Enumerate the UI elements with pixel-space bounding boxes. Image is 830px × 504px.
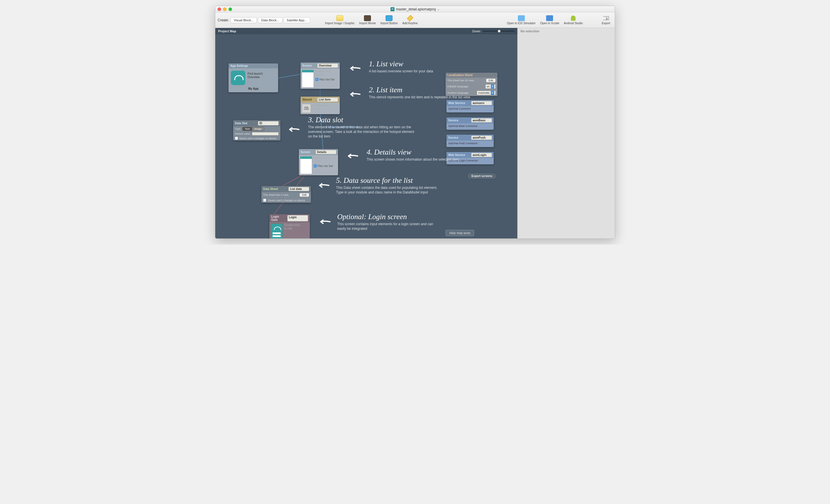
inspector-panel: No selection	[517, 28, 615, 239]
import-button-tool[interactable]: Import Button	[380, 15, 398, 25]
app-window: master_detail.apiomatproj ⌄ Create: Visu…	[215, 6, 615, 239]
titlebar: master_detail.apiomatproj ⌄	[215, 6, 615, 12]
node-name-input[interactable]: List item	[317, 97, 338, 102]
saves-changes-checkbox[interactable]: Saves user's changes on device	[261, 198, 311, 203]
data-block-button[interactable]: Data Block...	[258, 17, 282, 23]
zoom-control: Zoom:	[472, 30, 514, 33]
button-icon	[386, 15, 392, 21]
service-node[interactable]: ServiceaomPush ApiOmat Push Connector	[446, 135, 494, 147]
annotation-data-slot: 3. Data slot The element id is saved to …	[308, 116, 418, 139]
node-name-input[interactable]: aomPush	[471, 135, 492, 140]
node-header: App Settings	[228, 63, 278, 68]
canvas-title: Project Map	[218, 29, 236, 33]
xcode-tool[interactable]: Open in Xcode	[540, 15, 559, 25]
canvas[interactable]: Project Map Zoom: App Settings Fir	[215, 28, 517, 239]
movie-icon	[364, 15, 371, 21]
saves-changes-checkbox[interactable]: Saves user's changes on device	[233, 136, 280, 140]
node-name-input[interactable]: Details	[316, 150, 336, 154]
node-name-input[interactable]: aomLogin	[471, 153, 492, 157]
node-name-input[interactable]: Login	[287, 215, 308, 221]
import-movie-tool[interactable]: Import Movie	[359, 15, 376, 25]
node-name-input[interactable]: aomserv	[471, 101, 492, 105]
preview-icon: PREVIEW	[302, 104, 311, 113]
default-value-input[interactable]	[252, 132, 279, 135]
export-screens-button[interactable]: Export screens	[467, 173, 497, 179]
screen-overview-node[interactable]: ScreenOverview Double-click to edit ✓Has…	[300, 63, 340, 89]
runtime-language-select[interactable]: Automatic⇅	[477, 91, 496, 95]
xcode-icon	[546, 15, 553, 21]
close-icon[interactable]	[218, 7, 221, 11]
import-image-tool[interactable]: Import Image / Graphic	[325, 15, 354, 25]
export-tool[interactable]: Export	[602, 15, 610, 25]
ios-icon	[518, 15, 525, 21]
ios-simulator-tool[interactable]: Open in iOS Simulator	[507, 15, 536, 25]
type-segment[interactable]: TextImage	[243, 127, 264, 131]
screen-details-node[interactable]: ScreenDetails Double-click to edit ✓Has …	[299, 149, 338, 175]
annotation-list-view: 1. List view A list-based overview scree…	[369, 60, 433, 73]
inspector-title: No selection	[518, 28, 615, 34]
login-gate-node[interactable]: Login GateLogin Double-click to edit	[269, 214, 310, 239]
project-icon	[390, 7, 394, 11]
node-name-input[interactable]: List data	[288, 187, 309, 191]
app-logo-icon	[231, 71, 245, 85]
data-sheet-node[interactable]: Data SheetList data This sheet has 4 row…	[261, 186, 311, 203]
android-icon	[570, 15, 577, 21]
app-name-label: My App	[230, 86, 276, 90]
edit-button[interactable]: Edit	[486, 78, 496, 83]
chevron-down-icon: ⌄	[437, 7, 440, 11]
visual-block-button[interactable]: Visual Block...	[230, 17, 257, 23]
thumb-icon	[302, 70, 314, 88]
has-nav-bar-checkbox[interactable]: ✓Has nav bar	[314, 164, 337, 167]
editable-language-select[interactable]: en⇅	[485, 84, 496, 89]
edit-button[interactable]: Edit	[299, 193, 309, 197]
android-studio-tool[interactable]: Android Studio	[564, 15, 583, 25]
annotation-list-item: 2. List item This stencil represents one…	[369, 86, 470, 99]
maximize-icon[interactable]	[228, 7, 232, 11]
export-icon	[603, 15, 610, 21]
image-icon	[336, 15, 343, 21]
thumb-icon	[300, 156, 312, 174]
stencil-node[interactable]: StencilList item PREVIEW Double-click to…	[300, 97, 340, 114]
has-nav-bar-checkbox[interactable]: ✓Has nav bar	[315, 78, 339, 81]
data-slot-node[interactable]: Data SlotID Type: TextImage Default valu…	[233, 120, 280, 140]
create-label: Create:	[218, 18, 229, 22]
add-keyline-tool[interactable]: Add Keyline	[402, 15, 418, 25]
canvas-header: Project Map Zoom:	[215, 28, 517, 34]
login-thumb-icon	[270, 223, 283, 239]
node-name-input[interactable]: ID	[258, 121, 279, 125]
annotation-login-screen: Optional: Login screen This screen conta…	[337, 213, 441, 231]
service-node[interactable]: ServiceaomBase ApiOmat Base Connector	[446, 117, 494, 130]
keyline-icon	[407, 15, 414, 21]
satellite-app-button[interactable]: Satellite App...	[284, 17, 310, 23]
node-name-input[interactable]: aomBase	[471, 118, 492, 123]
annotation-data-source: 5. Data source for the list This Data sh…	[336, 177, 446, 195]
minimize-icon[interactable]	[223, 7, 226, 11]
web-service-node[interactable]: Web Serviceaomserv ApiOmat Connector	[446, 100, 494, 113]
app-settings-node[interactable]: App Settings First launch:Overview My Ap…	[228, 63, 278, 92]
annotation-details-view: 4. Details view This screen shows more i…	[366, 149, 459, 162]
toolbar: Create: Visual Block... Data Block... Sa…	[215, 12, 615, 28]
window-title[interactable]: master_detail.apiomatproj ⌄	[390, 7, 440, 11]
traffic-lights	[218, 7, 232, 11]
filename-label: master_detail.apiomatproj	[396, 7, 436, 11]
node-name-input[interactable]: Overview	[317, 63, 338, 68]
zoom-slider[interactable]	[483, 31, 514, 32]
hide-help-button[interactable]: Hide help texts	[446, 230, 474, 236]
